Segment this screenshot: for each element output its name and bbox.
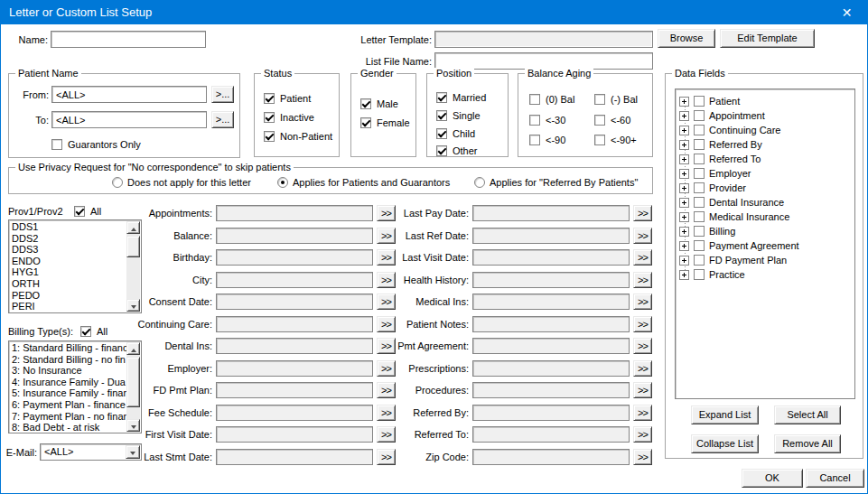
title-bar[interactable]: Letter or Custom List Setup ✕	[1, 1, 867, 24]
expand-list-button[interactable]: Expand List	[691, 405, 759, 424]
expand-plus-icon[interactable]	[679, 183, 689, 193]
filter-label: Continuing Care:	[62, 319, 216, 330]
expand-plus-icon[interactable]	[679, 126, 689, 135]
expand-plus-icon[interactable]	[679, 212, 689, 222]
filter-expand-button[interactable]: >>	[633, 294, 652, 310]
expand-plus-icon[interactable]	[679, 227, 689, 237]
privacy-patients-guarantors-radio[interactable]: Applies for Patients and Guarantors	[277, 177, 450, 188]
filter-expand-button[interactable]: >>	[633, 338, 652, 354]
name-input[interactable]	[51, 31, 206, 48]
checkbox-icon	[264, 131, 275, 142]
filter-value-field	[472, 382, 630, 398]
collapse-list-button[interactable]: Collapse List	[691, 434, 759, 453]
browse-button[interactable]: Browse	[658, 29, 715, 48]
gender-group: Gender Male Female	[350, 73, 416, 157]
balance-aging-group-title: Balance Aging	[525, 68, 593, 79]
position-married-checkbox[interactable]: Married	[436, 91, 486, 103]
filter-value-field	[472, 272, 630, 288]
status-group: Status Patient Inactive Non-Patient	[254, 73, 340, 157]
tree-item-continuing-care[interactable]: Continuing Care	[677, 123, 853, 137]
expand-plus-icon[interactable]	[679, 241, 689, 251]
expand-plus-icon[interactable]	[679, 111, 689, 121]
guarantors-only-label: Guarantors Only	[68, 139, 141, 150]
filter-label: Patient Notes:	[319, 319, 472, 330]
tree-item-practice[interactable]: Practice	[677, 267, 853, 282]
status-group-title: Status	[261, 68, 294, 79]
filter-expand-button[interactable]: >>	[633, 449, 652, 465]
cancel-button[interactable]: Cancel	[806, 469, 864, 488]
expand-plus-icon[interactable]	[679, 97, 689, 107]
position-child-checkbox[interactable]: Child	[436, 127, 475, 139]
filter-label: Medical Ins:	[319, 296, 472, 307]
tree-item-medical-insurance[interactable]: Medical Insurance	[677, 210, 853, 224]
filter-row-health-history: Health History:>>	[319, 272, 652, 288]
filter-row-prescriptions: Prescriptions:>>	[319, 360, 652, 377]
letter-template-field	[434, 31, 653, 48]
filter-label: Fee Schedule:	[62, 407, 216, 418]
tree-item-label: Continuing Care	[709, 125, 781, 135]
tree-item-fd-payment-plan[interactable]: FD Payment Plan	[677, 253, 853, 267]
filter-expand-button[interactable]: >>	[633, 205, 652, 221]
tree-item-patient[interactable]: Patient	[677, 94, 853, 108]
tree-item-billing[interactable]: Billing	[677, 224, 853, 238]
data-fields-tree[interactable]: Patient Appointment Continuing Care Refe…	[675, 89, 855, 399]
tree-item-dental-insurance[interactable]: Dental Insurance	[677, 195, 853, 210]
to-input[interactable]	[51, 111, 207, 128]
from-input[interactable]	[51, 86, 207, 103]
position-other-checkbox[interactable]: Other	[436, 144, 478, 156]
expand-plus-icon[interactable]	[679, 198, 689, 208]
balance-0bal-checkbox[interactable]: (0) Bal	[529, 93, 574, 105]
filter-expand-button[interactable]: >>	[633, 382, 652, 398]
tree-item-employer[interactable]: Employer	[677, 166, 853, 181]
tree-item-payment-agreement[interactable]: Payment Agreement	[677, 238, 853, 253]
gender-male-checkbox[interactable]: Male	[360, 98, 398, 109]
status-non-patient-checkbox[interactable]: Non-Patient	[264, 130, 332, 142]
filter-label: Referred By:	[319, 407, 472, 418]
balance-30-checkbox[interactable]: <-30	[529, 114, 565, 126]
tree-item-appointment[interactable]: Appointment	[677, 108, 853, 123]
guarantors-only-checkbox[interactable]: Guarantors Only	[51, 138, 141, 150]
expand-plus-icon[interactable]	[679, 270, 689, 280]
expand-plus-icon[interactable]	[679, 140, 689, 150]
privacy-does-not-apply-radio[interactable]: Does not apply for this letter	[112, 177, 251, 188]
edit-template-button[interactable]: Edit Template	[720, 29, 815, 48]
tree-item-referred-to[interactable]: Referred To	[677, 152, 853, 166]
filter-expand-button[interactable]: >>	[633, 249, 652, 266]
status-inactive-checkbox[interactable]: Inactive	[264, 111, 314, 123]
from-picker-button[interactable]: >...	[211, 86, 234, 103]
tree-item-label: Payment Agreement	[709, 240, 799, 251]
radio-label: Applies for "Referred By Patients"	[490, 177, 638, 188]
checkbox-icon	[529, 94, 540, 105]
checkbox-icon	[694, 211, 705, 222]
balance-90plus-checkbox[interactable]: <-90+	[594, 134, 637, 145]
providers-label: Prov1/Prov2	[8, 206, 63, 217]
filter-expand-button[interactable]: >>	[633, 272, 652, 288]
expand-plus-icon[interactable]	[679, 154, 689, 164]
position-single-checkbox[interactable]: Single	[436, 109, 481, 121]
filter-value-field	[472, 426, 630, 443]
ok-button[interactable]: OK	[742, 469, 803, 488]
privacy-referred-by-radio[interactable]: Applies for "Referred By Patients"	[474, 177, 638, 188]
select-all-button[interactable]: Select All	[774, 405, 841, 424]
filter-expand-button[interactable]: >>	[633, 426, 652, 443]
balance-90-checkbox[interactable]: <-90	[529, 134, 565, 145]
balance-60-checkbox[interactable]: <-60	[594, 114, 630, 126]
filter-expand-button[interactable]: >>	[633, 405, 652, 421]
tree-item-referred-by[interactable]: Referred By	[677, 137, 853, 152]
expand-plus-icon[interactable]	[679, 256, 689, 266]
filter-expand-button[interactable]: >>	[633, 316, 652, 332]
to-picker-button[interactable]: >...	[211, 111, 234, 128]
balance-negbal-checkbox[interactable]: (-) Bal	[594, 93, 638, 105]
email-label: E-Mail:	[3, 447, 37, 458]
filter-row-pmt-agreement: Pmt Agreement:>>	[319, 338, 652, 354]
gender-female-checkbox[interactable]: Female	[360, 117, 410, 128]
checkbox-icon	[694, 240, 705, 251]
expand-plus-icon[interactable]	[679, 169, 689, 179]
filter-expand-button[interactable]: >>	[633, 228, 652, 244]
remove-all-button[interactable]: Remove All	[774, 434, 841, 453]
tree-item-provider[interactable]: Provider	[677, 181, 853, 195]
checkbox-icon	[694, 96, 705, 107]
close-icon[interactable]: ✕	[826, 1, 867, 24]
status-patient-checkbox[interactable]: Patient	[264, 92, 311, 104]
filter-expand-button[interactable]: >>	[633, 360, 652, 377]
